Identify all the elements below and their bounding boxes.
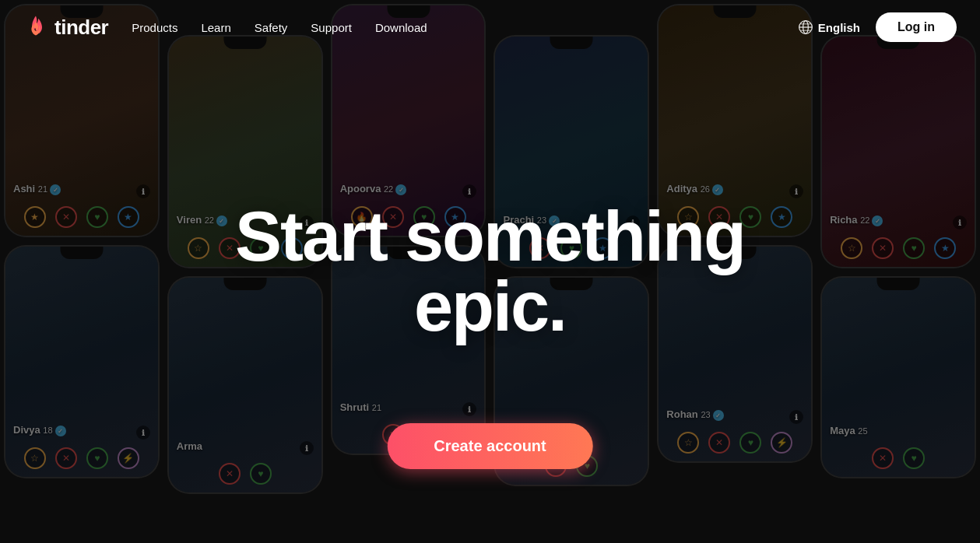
nav-learn[interactable]: Learn [201, 21, 230, 34]
tinder-flame-icon [23, 15, 48, 40]
nav-safety[interactable]: Safety [255, 21, 288, 34]
language-selector[interactable]: English [798, 19, 860, 35]
language-label: English [818, 21, 860, 34]
nav-products[interactable]: Products [132, 21, 177, 34]
nav-right: English Log in [798, 12, 957, 42]
nav-links: Products Learn Safety Support Download [132, 21, 427, 34]
login-button[interactable]: Log in [876, 12, 957, 42]
logo[interactable]: tinder [23, 15, 108, 40]
cta-wrapper: Create account [387, 423, 593, 469]
logo-text: tinder [54, 16, 108, 40]
nav-download[interactable]: Download [375, 21, 427, 34]
navbar: tinder Products Learn Safety Support Dow… [0, 0, 980, 54]
globe-icon [798, 19, 813, 35]
nav-support[interactable]: Support [311, 21, 352, 34]
create-account-button[interactable]: Create account [387, 423, 593, 469]
